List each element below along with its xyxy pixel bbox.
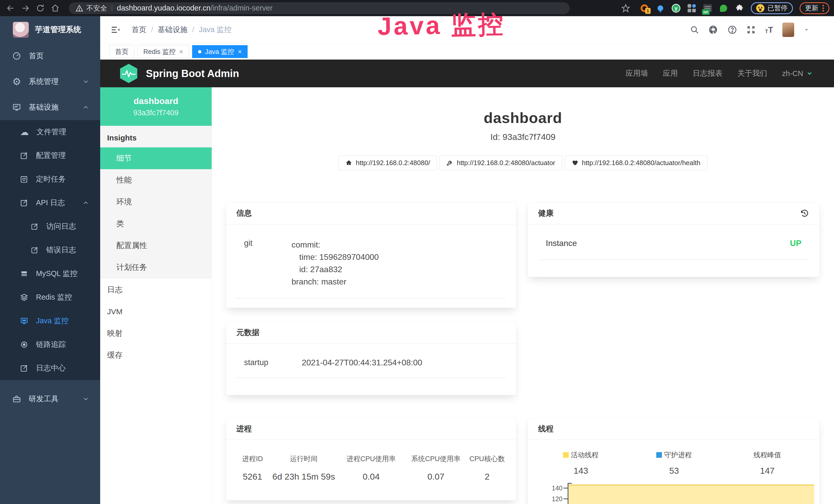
- bookmark-star-icon[interactable]: [618, 2, 633, 15]
- sba-nav-journal[interactable]: 日志报表: [693, 68, 723, 78]
- threads-card-title: 线程: [528, 418, 819, 440]
- sba-nav-logs[interactable]: 日志: [100, 279, 212, 301]
- process-table: 进程ID5261 运行时间6d 23h 15m 59s 进程CPU使用率0.04…: [236, 454, 506, 482]
- sidebar-item-system[interactable]: 系统管理: [0, 69, 100, 94]
- sidebar-item-home[interactable]: 首页: [0, 43, 100, 69]
- instance-header[interactable]: dashboard 93a3fc7f7409: [100, 87, 212, 126]
- sidebar-item-label: API 日志: [36, 198, 65, 208]
- breadcrumb-home[interactable]: 首页: [132, 25, 147, 35]
- pid-value: 5261: [236, 472, 269, 482]
- process-card: 进程 进程ID5261 运行时间6d 23h 15m 59s 进程CPU使用率0…: [226, 418, 516, 500]
- sidebar-item-mysql[interactable]: MySQL 监控: [0, 262, 100, 285]
- sidebar-item-error-log[interactable]: 错误日志: [0, 238, 100, 262]
- chevron-down-icon: [82, 78, 89, 85]
- sidebar-item-java-monitor[interactable]: Java 监控: [0, 309, 100, 333]
- sidebar-item-redis[interactable]: Redis 监控: [0, 285, 100, 309]
- browser-menu-icon[interactable]: [822, 5, 824, 12]
- sba-nav-configprops[interactable]: 配置属性: [100, 235, 212, 256]
- sba-nav-caches[interactable]: 缓存: [100, 344, 212, 366]
- profile-paused-badge[interactable]: 已暂停: [751, 2, 793, 14]
- sidebar-item-devtools[interactable]: 研发工具: [0, 386, 100, 412]
- sidebar-item-label: 研发工具: [29, 394, 59, 404]
- health-card: 健康 Instance UP: [528, 203, 819, 277]
- sba-nav-wallboard[interactable]: 应用墙: [626, 68, 648, 78]
- sba-nav-applications[interactable]: 应用: [663, 68, 678, 78]
- extension-switch-on-icon[interactable]: on: [703, 4, 712, 13]
- col-header-pid: 进程ID: [236, 454, 269, 463]
- page-title: dashboard: [212, 109, 834, 126]
- breadcrumb-separator: [192, 26, 194, 34]
- extension-y-icon[interactable]: y: [672, 4, 680, 13]
- tab-java-monitor[interactable]: Java 监控: [192, 45, 248, 58]
- peak-threads-value: 147: [760, 466, 775, 476]
- sba-nav-classes[interactable]: 类: [100, 213, 212, 235]
- sba-brand-title[interactable]: Spring Boot Admin: [146, 68, 239, 79]
- health-status-badge: UP: [790, 238, 802, 248]
- sidebar-item-tracing[interactable]: 链路追踪: [0, 333, 100, 357]
- extension-colorzilla-icon[interactable]: 1: [640, 4, 649, 13]
- font-size-icon[interactable]: [765, 26, 773, 34]
- tab-home[interactable]: 首页: [109, 45, 134, 58]
- url-path[interactable]: /infra/admin-server: [211, 4, 272, 12]
- tab-close-icon[interactable]: [179, 48, 183, 56]
- sidebar-item-infra[interactable]: 基础设施: [0, 94, 100, 120]
- browser-forward-icon[interactable]: [18, 2, 33, 15]
- tab-close-icon[interactable]: [238, 48, 242, 56]
- sba-nav-about[interactable]: 关于我们: [738, 68, 767, 78]
- sidebar-item-label: 日志中心: [36, 363, 66, 373]
- sba-nav-jvm[interactable]: JVM: [100, 301, 212, 322]
- security-label[interactable]: 不安全: [86, 4, 107, 13]
- cpu-cores-value: 2: [468, 472, 506, 482]
- collapse-sidebar-icon[interactable]: [110, 25, 121, 35]
- cloud-upload-icon: [20, 128, 29, 136]
- history-icon[interactable]: [800, 209, 809, 218]
- sba-header: Spring Boot Admin 应用墙 应用 日志报表 关于我们 zh-CN: [100, 60, 834, 87]
- sidebar-item-job[interactable]: 定时任务: [0, 167, 100, 191]
- sba-locale-select[interactable]: zh-CN: [782, 69, 813, 78]
- process-card-title: 进程: [226, 418, 516, 440]
- tab-redis-monitor[interactable]: Redis 监控: [137, 45, 189, 58]
- address-bar[interactable]: 不安全 dashboard.yudao.iocoder.cn/infra/adm…: [69, 2, 570, 14]
- metadata-key: startup: [244, 358, 302, 367]
- app-logo-row[interactable]: 芋道管理系统: [0, 16, 100, 43]
- sidebar-item-api-log[interactable]: API 日志: [0, 191, 100, 215]
- help-icon[interactable]: [727, 25, 737, 35]
- system-cpu-value: 0.07: [403, 472, 468, 482]
- gear-icon: [12, 77, 21, 87]
- y-tick-120: 120: [534, 495, 563, 503]
- user-menu-caret-icon[interactable]: [804, 27, 810, 33]
- extensions-puzzle-icon[interactable]: [735, 4, 744, 13]
- not-secure-warning-icon: [75, 4, 83, 12]
- fullscreen-icon[interactable]: [746, 25, 756, 35]
- browser-reload-icon[interactable]: [33, 2, 48, 15]
- extension-pin-icon[interactable]: [656, 4, 665, 13]
- sba-nav-metrics[interactable]: 性能: [100, 169, 212, 191]
- github-icon[interactable]: [708, 25, 718, 35]
- user-avatar[interactable]: [782, 23, 794, 37]
- sba-nav-details[interactable]: 细节: [100, 147, 212, 169]
- actuator-url-button[interactable]: http://192.168.0.2:48080/actuator: [439, 155, 562, 170]
- extension-leaf-icon[interactable]: [719, 4, 728, 13]
- admin-sidebar: 芋道管理系统 首页 系统管理 基础设施 文件管理 配置管理: [0, 16, 100, 504]
- service-url-button[interactable]: http://192.168.0.2:48080/: [338, 155, 437, 170]
- service-url: http://192.168.0.2:48080/: [356, 159, 430, 167]
- chrome-update-button[interactable]: 更新: [799, 2, 829, 14]
- url-host[interactable]: dashboard.yudao.iocoder.cn: [117, 4, 211, 12]
- sidebar-item-config[interactable]: 配置管理: [0, 144, 100, 167]
- search-icon[interactable]: [690, 25, 699, 35]
- sba-nav-environment[interactable]: 环境: [100, 191, 212, 213]
- sidebar-item-log-center[interactable]: 日志中心: [0, 357, 100, 380]
- sba-instance-sidebar: dashboard 93a3fc7f7409 Insights 细节 性能 环境…: [100, 87, 212, 504]
- breadcrumb-separator: [151, 26, 153, 34]
- sba-nav-mappings[interactable]: 映射: [100, 322, 212, 344]
- sidebar-item-file[interactable]: 文件管理: [0, 120, 100, 144]
- health-url-button[interactable]: http://192.168.0.2:48080/actuator/health: [565, 155, 707, 170]
- sidebar-item-label: 文件管理: [37, 127, 66, 137]
- sba-nav-scheduled-tasks[interactable]: 计划任务: [100, 256, 212, 278]
- extension-grid-icon[interactable]: [687, 4, 696, 13]
- profile-emoji-icon: [756, 4, 764, 12]
- browser-back-icon[interactable]: [3, 2, 18, 15]
- breadcrumb-infra[interactable]: 基础设施: [158, 25, 188, 35]
- sidebar-item-access-log[interactable]: 访问日志: [0, 215, 100, 238]
- browser-home-icon[interactable]: [48, 2, 63, 15]
